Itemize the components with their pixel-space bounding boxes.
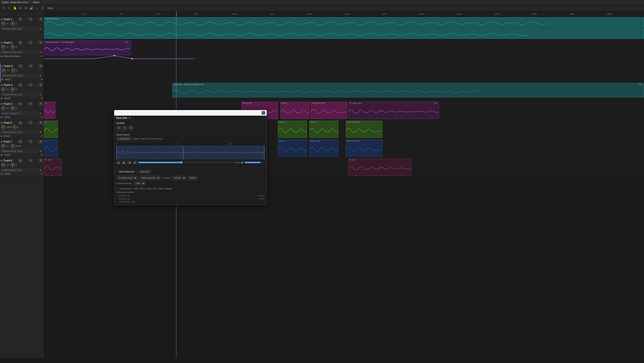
loop-icon[interactable]: ↺ [40,6,45,10]
track-6-read-arrow[interactable]: ▶ [1,135,3,137]
track-1-pan-knob[interactable]: • [11,21,15,26]
track-5-clip-0[interactable]: Tr... [44,102,55,119]
track-6-clip-2[interactable]: Track 5_... [309,121,338,138]
timeline-ruler[interactable]: 2.04.06.08.010.012.014.016.018.020.022.0… [44,12,644,16]
track-6-mute-btn[interactable]: M [18,121,22,124]
track-5-pan-knob[interactable]: • [11,106,15,111]
track-2-record-btn[interactable]: R [39,41,43,44]
track-2-arrow[interactable]: ▶ [1,41,3,44]
track-8-arrow[interactable]: ▶ [1,159,3,162]
dialog-close-btn[interactable]: × [262,111,265,115]
track-6-arrow[interactable]: ▶ [1,121,3,124]
track-6-read-label[interactable]: Read [4,135,11,138]
track-3-vol-knob[interactable]: • [2,68,6,73]
track-7-pan-knob[interactable]: • [11,144,15,148]
track-8-mute-btn[interactable]: M [18,159,22,162]
track-2-vol-knob[interactable]: • [1,45,6,49]
track-8-solo-btn[interactable]: S [28,159,32,162]
track-5-record-btn[interactable]: R [39,102,43,106]
transport-vol[interactable] [245,162,265,163]
track-5-expand-icon[interactable]: ▼ [41,116,43,118]
track-3-expand-icon[interactable]: ▼ [41,78,43,81]
track-4-mute-btn[interactable]: M [18,83,22,87]
arrow-tool-icon[interactable]: ↖ [2,6,6,10]
track-1-clip-row1[interactable]: 126 BPM Drum... [44,17,644,28]
transport-progress-handle[interactable] [180,161,183,164]
track-4-vol-knob[interactable]: • [1,87,6,92]
show-envelopes-label[interactable]: Show Envelopes [4,55,20,57]
track-4-read-label[interactable]: Read [4,97,11,100]
track-1-phase-icon[interactable]: ⊕ [38,26,43,31]
track-1-vol-knob[interactable]: • [1,21,6,26]
speaker-icon[interactable]: 🔊 [29,6,34,10]
quantization-check[interactable]: ✓ [116,187,118,190]
track-4-pan-knob[interactable]: • [11,87,15,92]
track-5-clip-2[interactable]: Track 5_... [280,102,309,119]
track-4-record-btn[interactable]: R [39,83,43,87]
mixer-button[interactable]: Mixer [33,1,40,4]
track-6-clip-0[interactable]: Tr... [44,121,58,138]
min-distance-radio[interactable] [133,201,135,203]
track-7-vol-knob[interactable]: • [1,144,6,148]
track-6-vol-knob[interactable]: • [1,125,6,129]
track-7-clip-3[interactable]: Track 5_002 Pan [346,140,382,157]
track-8-read-arrow[interactable]: ▶ [1,173,3,175]
vol-btn[interactable]: 🔊 [133,160,137,164]
track-8-expand-icon[interactable]: ▼ [41,173,43,175]
in-entire-song-select[interactable]: In entire song [116,176,138,180]
track-5-clip-fx[interactable]: FX_Slight_Echo Pan [348,102,439,119]
track-6-phase-icon[interactable]: ⊕ [38,130,43,135]
track-7-phase-icon[interactable]: ⊕ [38,149,43,153]
reset-btn[interactable]: Reset [166,187,172,190]
track-1-record-btn[interactable]: R [39,17,43,21]
track-3-mute-btn[interactable]: M [19,64,23,68]
track-5-arrow[interactable]: ▶ [1,103,3,105]
track-3-read-arrow[interactable]: ▶ [2,78,3,81]
waveform-display[interactable] [116,146,264,159]
track-6-input[interactable]: Default Stereo Input [1,130,38,134]
dialog-tool-3[interactable]: ⚙ [128,125,133,130]
track-6-solo-btn[interactable]: S [28,121,32,124]
track-7-clip-2[interactable]: Track 5_002 [309,140,338,157]
track-2-pan-knob[interactable]: • [11,45,15,49]
track-5-read-arrow[interactable]: ▶ [1,116,3,118]
track-3-phase-icon[interactable]: ⊕ [38,73,43,78]
track-6-clip-3[interactable]: Track 5_002 Pan [346,121,382,138]
track-2-phase-icon[interactable]: ⊕ [38,50,43,54]
load-music-btn[interactable]: Load Music [116,137,131,141]
track-7-record-btn[interactable]: R [39,140,43,143]
track-4-read-arrow[interactable]: ▶ [1,97,3,100]
track-1-clip-row2[interactable] [44,28,644,39]
track-1-solo-btn[interactable]: S [28,17,32,21]
track-7-clip-1[interactable]: Track 5_... [278,140,307,157]
waveform-container[interactable]: 0 5 10 [116,142,265,159]
track-8-input[interactable]: Default Stereo Input [1,168,38,172]
track-8-vol-knob[interactable]: • [1,163,6,167]
track-6-clip-1[interactable]: Track 5_... [278,121,307,138]
track-3-pan-knob[interactable]: • [11,68,16,73]
track-7-mute-btn[interactable]: M [18,140,22,143]
track-2-clip-1[interactable]: Johnn Newman - Love Me Again Pan [44,41,131,55]
track-8-pan-knob[interactable]: • [11,163,15,167]
track-6-record-btn[interactable]: R [39,121,43,124]
metronome-icon[interactable]: ♩ [35,6,39,10]
select-btn[interactable]: Select [188,176,197,180]
beat-tab-selection[interactable]: beat selection [116,169,137,174]
track-3-arrow[interactable]: ▶ [2,65,3,67]
track-3-input[interactable]: Default Stereo Input [2,74,38,77]
track-3-read-label[interactable]: Read [4,78,12,81]
track-5-phase-icon[interactable]: ⊕ [38,111,43,116]
track-7-arrow[interactable]: ▶ [1,140,3,143]
track-7-input[interactable]: Default Stereo Input [1,149,38,153]
track-5-vol-knob[interactable]: • [1,106,6,111]
track-2-solo-btn[interactable]: S [28,41,32,44]
select-exactly-select[interactable]: select exactly [139,176,160,180]
musical-radio[interactable] [128,198,130,200]
show-envelopes-arrow[interactable]: ▶ [1,55,3,57]
track-5-mute-btn[interactable]: M [18,102,22,106]
dialog-tool-1[interactable]: ♥ [116,125,121,130]
track-3-solo-btn[interactable]: S [29,64,33,68]
dialog-tool-2[interactable]: ✦ [122,125,127,130]
track-7-read-arrow[interactable]: ▶ [1,154,3,156]
track-8-clip-0[interactable]: FX_Stre... [44,158,62,176]
